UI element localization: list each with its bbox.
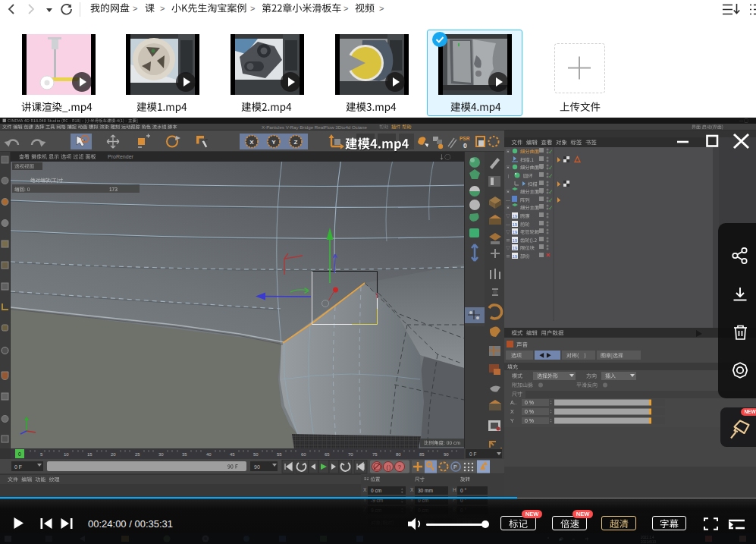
svg-text:0 %: 0 % xyxy=(525,400,534,405)
svg-text:0 F: 0 F xyxy=(469,451,476,457)
svg-text:2022.1.4: 2022.1.4 xyxy=(641,536,654,539)
svg-text:19: 19 xyxy=(513,246,518,250)
svg-text:0: 0 xyxy=(18,451,21,457)
svg-text:0: 0 xyxy=(463,142,467,149)
svg-text:90: 90 xyxy=(254,464,260,470)
svg-text:75: 75 xyxy=(372,452,378,457)
svg-text:Z: Z xyxy=(294,139,298,146)
svg-text:Y: Y xyxy=(271,139,276,146)
svg-text:30: 30 xyxy=(158,452,164,457)
svg-text:⌂: ⌂ xyxy=(572,537,575,541)
svg-text:H: H xyxy=(453,487,456,492)
svg-text:2021/6/10: 2021/6/10 xyxy=(641,540,657,544)
svg-text:X: X xyxy=(410,487,414,492)
svg-text:0 F: 0 F xyxy=(14,464,22,470)
svg-text:X: X xyxy=(363,487,367,492)
svg-text:?: ? xyxy=(398,464,402,470)
svg-text:🔊: 🔊 xyxy=(559,536,563,542)
svg-text:P: P xyxy=(453,464,457,470)
svg-text:19: 19 xyxy=(513,230,518,234)
svg-text:10: 10 xyxy=(64,452,69,457)
svg-text:0 cm: 0 cm xyxy=(371,488,381,493)
svg-text:55: 55 xyxy=(277,452,282,457)
svg-text:19: 19 xyxy=(513,214,518,219)
svg-text:60: 60 xyxy=(301,452,306,457)
svg-text:90: 90 xyxy=(444,452,449,457)
svg-text:45: 45 xyxy=(230,452,235,457)
svg-text:19: 19 xyxy=(513,238,518,243)
svg-text:): ) xyxy=(389,464,391,470)
svg-text:65: 65 xyxy=(325,452,330,457)
svg-text:Y: Y xyxy=(510,418,514,423)
svg-text:ProRender: ProRender xyxy=(108,154,134,159)
svg-text:X: X xyxy=(510,409,514,414)
svg-text:50: 50 xyxy=(253,452,259,457)
svg-text:中: 中 xyxy=(585,537,589,541)
svg-text:A..: A.. xyxy=(510,400,517,405)
svg-text:25: 25 xyxy=(135,452,140,457)
svg-text:30 mm: 30 mm xyxy=(418,488,433,493)
svg-text:—: — xyxy=(506,198,510,203)
svg-text:0 %: 0 % xyxy=(525,409,534,414)
svg-text:15: 15 xyxy=(87,452,93,457)
svg-text:X-Particles V-Ray Bridge Rea: X-Particles V-Ray Bridge RealFlow 3Dto4d… xyxy=(262,124,367,130)
svg-text:—: — xyxy=(506,222,510,227)
svg-text:35: 35 xyxy=(182,452,187,457)
svg-text:173: 173 xyxy=(109,187,118,192)
svg-text:^: ^ xyxy=(547,537,550,541)
svg-text:85: 85 xyxy=(419,452,425,457)
svg-text:40: 40 xyxy=(206,452,212,457)
svg-text:X: X xyxy=(249,139,254,146)
svg-text:80: 80 xyxy=(396,452,401,457)
svg-text:PSR: PSR xyxy=(460,136,470,141)
svg-text:0 °: 0 ° xyxy=(460,488,466,493)
svg-text:70: 70 xyxy=(348,452,353,457)
svg-text:19: 19 xyxy=(513,254,518,259)
svg-text:0 %: 0 % xyxy=(525,418,534,423)
svg-text:19: 19 xyxy=(513,222,518,227)
svg-text:20: 20 xyxy=(111,452,116,457)
